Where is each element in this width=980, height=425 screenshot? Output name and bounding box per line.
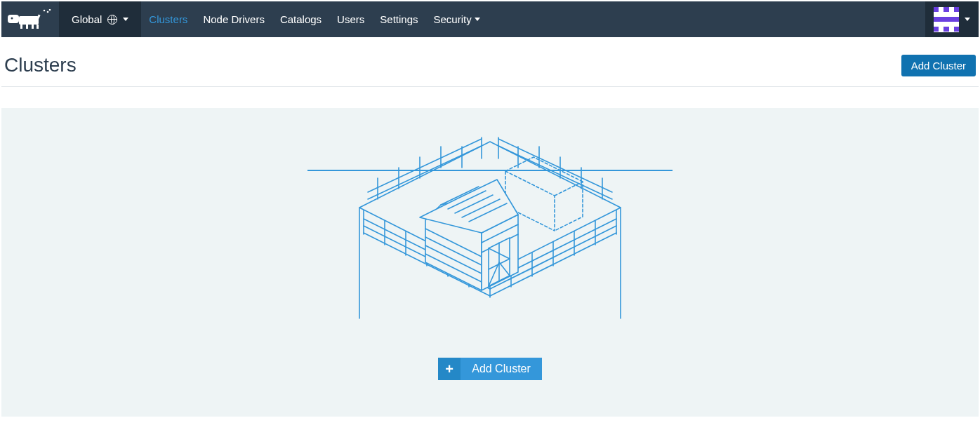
avatar: [934, 7, 959, 32]
svg-rect-0: [19, 16, 39, 25]
user-menu[interactable]: [925, 1, 979, 37]
nav-item-label: Settings: [380, 13, 418, 25]
scope-selector[interactable]: Global: [59, 1, 141, 37]
nav-item-label: Users: [337, 13, 364, 25]
nav-item-settings[interactable]: Settings: [372, 1, 425, 37]
nav-item-node-drivers[interactable]: Node Drivers: [195, 1, 272, 37]
nav-item-label: Catalogs: [280, 13, 322, 25]
svg-point-10: [11, 17, 13, 19]
page-header: Clusters Add Cluster: [1, 37, 979, 87]
svg-rect-5: [37, 25, 39, 29]
empty-state-panel: + Add Cluster: [1, 108, 979, 417]
add-cluster-cta-label: Add Cluster: [461, 358, 542, 380]
cow-logo-icon: [8, 9, 53, 30]
add-cluster-button[interactable]: Add Cluster: [901, 55, 976, 76]
brand-logo[interactable]: [1, 1, 59, 37]
svg-rect-3: [26, 25, 28, 29]
nav-item-security[interactable]: Security: [425, 1, 487, 37]
globe-icon: [107, 15, 117, 25]
empty-state-illustration: [307, 136, 673, 332]
nav-items: Clusters Node Drivers Catalogs Users Set…: [141, 1, 487, 37]
add-cluster-cta[interactable]: + Add Cluster: [438, 358, 542, 380]
svg-point-9: [49, 9, 51, 11]
chevron-down-icon: [965, 18, 970, 21]
nav-item-label: Node Drivers: [203, 13, 265, 25]
nav-item-clusters[interactable]: Clusters: [141, 1, 195, 37]
svg-point-8: [47, 11, 49, 13]
nav-item-catalogs[interactable]: Catalogs: [272, 1, 329, 37]
nav-item-label: Security: [433, 13, 471, 25]
svg-rect-4: [32, 25, 34, 29]
plus-icon: +: [438, 358, 461, 380]
chevron-down-icon: [475, 18, 480, 21]
nav-item-users[interactable]: Users: [329, 1, 372, 37]
navbar: Global Clusters Node Drivers Catalogs Us…: [1, 1, 979, 37]
chevron-down-icon: [123, 18, 128, 21]
svg-point-7: [44, 9, 46, 11]
svg-rect-2: [20, 25, 22, 29]
page-title: Clusters: [4, 54, 77, 76]
scope-label: Global: [72, 13, 102, 25]
nav-item-label: Clusters: [149, 13, 187, 25]
svg-rect-1: [8, 15, 19, 23]
